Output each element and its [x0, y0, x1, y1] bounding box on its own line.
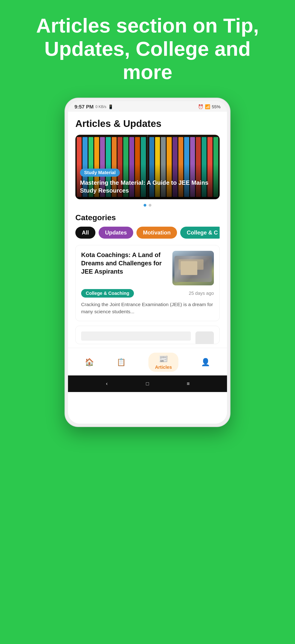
article-info: Kota Coachings: A Land of Dreams and Cha… [81, 251, 168, 286]
categories-row: All Updates Motivation College & C [75, 227, 220, 238]
article-title: Kota Coachings: A Land of Dreams and Cha… [81, 251, 168, 276]
articles-icon: 📰 [159, 354, 168, 363]
featured-article-card[interactable]: Study Material Mastering the Material: A… [75, 135, 220, 199]
hero-overlay: Study Material Mastering the Material: A… [75, 164, 220, 199]
page-title: Articles & Updates [75, 118, 220, 129]
hero-title: Articles section on Tip, Updates, Colleg… [21, 14, 274, 84]
home-button[interactable]: □ [143, 379, 152, 388]
recents-button[interactable]: ≡ [184, 379, 193, 388]
phone-frame: 9:57 PM 0 KB/s 📱 ⏰ 📶 55% Articles & Upda… [65, 98, 230, 427]
data-speed: 0 KB/s [95, 105, 106, 109]
profile-icon: 👤 [201, 358, 210, 366]
featured-badge: Study Material [80, 168, 120, 177]
category-all[interactable]: All [75, 227, 95, 238]
article-time: 25 days ago [189, 291, 214, 296]
nav-profile[interactable]: 👤 [201, 358, 210, 366]
status-time: 9:57 PM [75, 104, 94, 110]
status-left: 9:57 PM 0 KB/s 📱 [75, 104, 113, 110]
categories-label: Categories [75, 213, 220, 222]
clipboard-icon: 📋 [117, 358, 126, 366]
phone-screen: 9:57 PM 0 KB/s 📱 ⏰ 📶 55% Articles & Upda… [68, 101, 227, 424]
android-navbar: ‹ □ ≡ [68, 376, 227, 392]
dot-2[interactable] [149, 204, 151, 206]
article-meta: College & Coaching 25 days ago [81, 289, 214, 298]
battery-level: 55% [212, 104, 220, 110]
nav-articles[interactable]: 📰 Articles [148, 353, 178, 372]
status-right: ⏰ 📶 55% [198, 104, 220, 110]
category-motivation[interactable]: Motivation [136, 227, 177, 238]
thumb-image [172, 251, 214, 286]
category-updates[interactable]: Updates [99, 227, 133, 238]
back-button[interactable]: ‹ [102, 379, 111, 388]
home-icon: 🏠 [85, 358, 94, 366]
carousel-dots [75, 204, 220, 206]
articles-label: Articles [155, 364, 172, 370]
category-college[interactable]: College & C [180, 227, 220, 238]
article-excerpt: Cracking the Joint Entrance Examination … [81, 301, 214, 315]
main-content: Articles & Updates [68, 112, 227, 344]
article-thumbnail [172, 251, 214, 286]
signal-icon: 📶 [205, 104, 210, 110]
status-bar: 9:57 PM 0 KB/s 📱 ⏰ 📶 55% [68, 101, 227, 112]
article-card-1[interactable]: Kota Coachings: A Land of Dreams and Cha… [75, 245, 220, 321]
nav-clipboard[interactable]: 📋 [117, 358, 126, 366]
featured-caption: Mastering the Material: A Guide to JEE M… [80, 179, 215, 195]
dot-1[interactable] [144, 204, 146, 206]
article-top: Kota Coachings: A Land of Dreams and Cha… [81, 251, 214, 286]
bottom-navigation: 🏠 📋 📰 Articles 👤 [68, 348, 227, 376]
article-card-2-partial[interactable] [75, 326, 220, 344]
article-badge: College & Coaching [81, 289, 134, 298]
data-icon: 📱 [108, 104, 113, 110]
nav-home[interactable]: 🏠 [85, 358, 94, 366]
alarm-icon: ⏰ [198, 104, 203, 110]
